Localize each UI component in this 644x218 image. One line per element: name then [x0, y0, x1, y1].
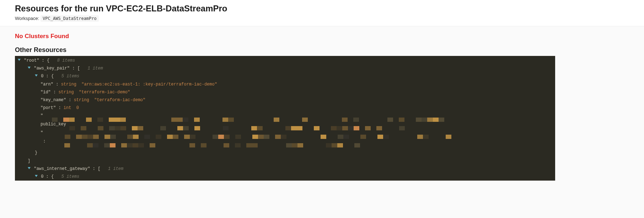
json-punc: : [41, 139, 61, 144]
redacted-pixelated-icon [59, 135, 457, 139]
json-key: "aws_internet_gateway" [34, 166, 90, 171]
json-punc: : [ [90, 166, 101, 171]
workspace-label: Workspace: [15, 16, 39, 21]
json-punc: : [56, 105, 64, 110]
title-prefix: Resources for the run [15, 4, 106, 13]
page-title: Resources for the run VPC-EC2-ELB-DataSt… [15, 4, 629, 14]
json-row-close: ] [18, 157, 552, 165]
json-punc: { [49, 174, 54, 179]
json-row-index: 0 : { 5 items [18, 72, 552, 80]
json-row-keyname: "key_name" : string "terraform-iac-demo" [18, 96, 552, 104]
caret-icon[interactable] [28, 167, 31, 169]
json-value: "terraform-iac-demo" [94, 98, 145, 103]
caret-icon[interactable] [18, 59, 21, 61]
json-items-count: 5 items [56, 74, 79, 79]
json-row-igw: "aws_internet_gateway" : [ 1 item [18, 165, 552, 173]
json-items-count: 5 items [56, 174, 79, 179]
json-key: "root" [24, 58, 39, 63]
json-punc: ] [28, 159, 30, 164]
redacted-pixelated-icon [46, 118, 490, 122]
redacted-pixelated-icon [69, 126, 479, 130]
json-row-keypair: "aws_key_pair" : [ 1 item [18, 64, 552, 72]
json-key: "key_name" [41, 98, 66, 103]
caret-icon[interactable] [35, 175, 38, 177]
other-resources-heading: Other Resources [15, 46, 629, 54]
json-row-id: "id" : string "terraform-iac-demo" [18, 88, 552, 96]
content-area: No Clusters Found Other Resources "root"… [0, 26, 644, 181]
no-clusters-message: No Clusters Found [15, 33, 629, 40]
json-value: "arn:aws:ec2:us-east-1: :key-pair/terraf… [81, 82, 217, 87]
json-punc: : [ [70, 66, 80, 71]
json-punc: } [35, 150, 37, 155]
json-viewer-wrap: "root" : { 8 items "aws_key_pair" : [ 1 … [15, 56, 555, 181]
json-key: "arn" [41, 82, 53, 87]
json-punc: : [53, 82, 61, 87]
redacted-pixelated-icon [64, 143, 383, 147]
page-root: Resources for the run VPC-EC2-ELB-DataSt… [0, 0, 644, 181]
json-row-root: "root" : { 8 items [18, 57, 552, 64]
json-type: string [61, 82, 76, 87]
workspace-name: VPC_AWS_DataStreamPro [41, 15, 99, 22]
json-punc: " [41, 113, 43, 118]
json-punc: : { [39, 58, 49, 63]
json-key: "aws_key_pair" [34, 66, 70, 71]
caret-icon[interactable] [28, 67, 31, 69]
header-section: Resources for the run VPC-EC2-ELB-DataSt… [0, 0, 644, 26]
json-viewer[interactable]: "root" : { 8 items "aws_key_pair" : [ 1 … [15, 56, 555, 181]
json-key: 0 : [41, 174, 49, 179]
json-type: int [64, 105, 71, 110]
json-type: string [58, 90, 74, 95]
workspace-line: Workspace: VPC_AWS_DataStreamPro [15, 16, 629, 21]
json-row-port: "port" : int 0 [18, 104, 552, 112]
json-items-count: 8 items [52, 58, 75, 63]
json-row-publickey: " public_key " : [18, 112, 552, 149]
json-items-count: 1 item [103, 166, 124, 171]
json-row-index: 0 : { 5 items [18, 173, 552, 181]
json-row-arn: "arn" : string "arn:aws:ec2:us-east-1: :… [18, 81, 552, 88]
json-value: 0 [76, 105, 79, 110]
json-punc: { [49, 74, 54, 79]
json-row-close: } [18, 149, 552, 157]
json-value: "terraform-iac-demo" [79, 90, 130, 95]
public-key-label: public_key [41, 122, 66, 127]
json-items-count: 1 item [82, 66, 103, 71]
json-key: "id" [41, 90, 51, 95]
json-punc: : [66, 98, 74, 103]
run-name: VPC-EC2-ELB-DataStreamPro [106, 4, 227, 13]
json-type: string [74, 98, 89, 103]
caret-icon[interactable] [35, 74, 38, 77]
json-punc: : [51, 90, 59, 95]
json-punc: " [41, 130, 56, 135]
json-key: "port" [41, 105, 56, 110]
json-key: 0 : [41, 74, 49, 79]
